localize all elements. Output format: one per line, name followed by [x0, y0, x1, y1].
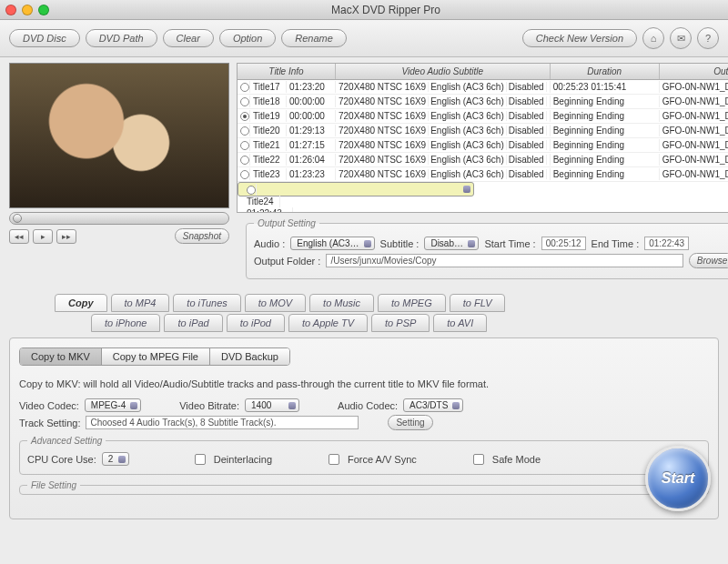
title-vas: 720X480 NTSC 16X9English (AC3 6ch)Disabl… — [336, 81, 551, 93]
cpu-core-label: CPU Core Use: — [27, 454, 96, 465]
tab-to-mp4[interactable]: to MP4 — [111, 294, 170, 312]
video-preview[interactable] — [9, 63, 229, 208]
titlebar: MacX DVD Ripper Pro — [0, 0, 728, 20]
tab-to-avi[interactable]: to AVI — [433, 314, 487, 332]
tab-to-music[interactable]: to Music — [309, 294, 374, 312]
tab-to-itunes[interactable]: to iTunes — [173, 294, 240, 312]
option-button[interactable]: Option — [219, 29, 276, 47]
title-radio[interactable] — [240, 83, 249, 92]
title-radio[interactable] — [240, 126, 249, 136]
table-row[interactable]: Title1900:00:00720X480 NTSC 16X9English … — [238, 109, 728, 124]
title-duration: Beginning Ending — [551, 125, 660, 136]
video-codec-label: Video Codec: — [19, 400, 79, 411]
title-name: Title23 — [250, 168, 287, 180]
title-output: GFO-0N-NW1_DES-Title20 — [660, 125, 728, 136]
audio-select[interactable]: English (AC3… — [290, 237, 374, 250]
title-vas: 720X480 NTSC 16X9English (AC3 6ch)Disabl… — [336, 125, 551, 136]
dvd-path-button[interactable]: DVD Path — [86, 29, 157, 47]
tab-to-psp[interactable]: to PSP — [371, 314, 430, 332]
tab-to-ipod[interactable]: to iPod — [227, 314, 285, 332]
title-vas: 720X480 NTSC 16X9English (AC3 6ch)Disabl… — [336, 154, 551, 166]
title-vas: 720X480 NTSC 16X9English (AC3 6ch)Disabl… — [336, 110, 551, 122]
tab-copy[interactable]: Copy — [55, 294, 107, 312]
rename-button[interactable]: Rename — [281, 29, 347, 47]
audio-codec-label: Audio Codec: — [338, 400, 398, 411]
prev-button[interactable]: ◂◂ — [9, 229, 29, 244]
deinterlacing-label: Deinterlacing — [214, 454, 272, 465]
subtitle-select[interactable]: Disab… — [424, 237, 479, 250]
file-setting-legend: File Setting — [27, 480, 80, 490]
table-row[interactable]: Title2101:27:15720X480 NTSC 16X9English … — [238, 138, 728, 153]
output-folder-field[interactable]: /Users/junxu/Movies/Copy — [326, 254, 682, 267]
tab-to-apple-tv[interactable]: to Apple TV — [288, 314, 368, 332]
next-button[interactable]: ▸▸ — [56, 229, 76, 244]
title-duration: Beginning Ending — [551, 168, 660, 180]
register-icon[interactable]: ✉ — [670, 27, 692, 49]
table-row[interactable]: Title1800:00:00720X480 NTSC 16X9English … — [238, 95, 728, 109]
help-icon[interactable]: ? — [697, 27, 719, 49]
title-time: 00:00:00 — [287, 110, 336, 122]
cpu-core-select[interactable]: 2 — [102, 452, 129, 466]
audio-codec-select[interactable]: AC3/DTS — [403, 398, 463, 412]
force-av-sync-checkbox[interactable] — [329, 454, 339, 465]
title-vas: 720X480 NTSC 16X9English (AC3 6ch)Disabl… — [336, 139, 551, 151]
table-row[interactable]: Title2301:23:23720X480 NTSC 16X9English … — [238, 167, 728, 182]
col-title-info[interactable]: Title Info — [238, 64, 336, 79]
zoom-window-icon[interactable] — [38, 5, 49, 15]
minimize-window-icon[interactable] — [22, 5, 33, 15]
video-codec-select[interactable]: MPEG-4 — [85, 398, 141, 412]
tab-to-flv[interactable]: to FLV — [450, 294, 506, 312]
title-radio[interactable] — [240, 141, 249, 150]
window-title: MacX DVD Ripper Pro — [49, 4, 723, 16]
title-radio[interactable] — [240, 170, 249, 179]
tab-to-mpeg[interactable]: to MPEG — [378, 294, 446, 312]
title-time: 00:00:00 — [287, 96, 336, 107]
play-button[interactable]: ▸ — [33, 229, 53, 244]
col-duration[interactable]: Duration — [551, 64, 660, 79]
clear-button[interactable]: Clear — [163, 29, 214, 47]
safe-mode-checkbox[interactable] — [473, 454, 484, 465]
snapshot-button[interactable]: Snapshot — [175, 228, 229, 244]
track-setting-button[interactable]: Setting — [388, 415, 432, 430]
title-name: Title19 — [250, 110, 287, 122]
table-row[interactable]: Title2401:22:43720X480 NTSC 16X9English … — [238, 182, 474, 196]
table-row[interactable]: Title2201:26:04720X480 NTSC 16X9English … — [238, 153, 728, 167]
copy-to-mpeg-button[interactable]: Copy to MPEG File — [102, 348, 210, 365]
preview-scrubber[interactable] — [9, 212, 229, 225]
col-video-audio-subtitle[interactable]: Video Audio Subtitle — [336, 64, 551, 79]
title-time: 01:22:43 — [244, 207, 293, 213]
table-row[interactable]: Title1701:23:20720X480 NTSC 16X9English … — [238, 80, 728, 95]
title-radio[interactable] — [240, 156, 249, 165]
end-time-field[interactable]: 01:22:43 — [644, 237, 689, 250]
title-name: Title21 — [250, 139, 287, 151]
start-time-label: Start Time : — [484, 238, 535, 249]
check-version-button[interactable]: Check New Version — [522, 29, 637, 47]
title-output: GFO-0N-NW1_DES-Title21 — [660, 139, 728, 151]
title-output: GFO-0N-NW1_DES-Title22 — [660, 154, 728, 166]
title-name: Title20 — [250, 125, 287, 136]
window-controls — [5, 5, 49, 15]
home-icon[interactable]: ⌂ — [642, 27, 664, 49]
start-time-field[interactable]: 00:25:12 — [541, 237, 586, 250]
tab-to-iphone[interactable]: to iPhone — [91, 314, 160, 332]
advanced-setting-group: Advanced Setting CPU Core Use: 2 Deinter… — [19, 436, 709, 475]
title-time: 01:27:15 — [287, 139, 336, 151]
table-row[interactable]: Title2001:29:13720X480 NTSC 16X9English … — [238, 124, 728, 138]
title-radio[interactable] — [247, 186, 256, 195]
browse-button[interactable]: Browse — [689, 253, 728, 268]
video-bitrate-select[interactable]: 1400 — [245, 398, 299, 412]
tab-to-ipad[interactable]: to iPad — [164, 314, 222, 332]
dvd-disc-button[interactable]: DVD Disc — [9, 29, 80, 47]
tab-to-mov[interactable]: to MOV — [245, 294, 306, 312]
start-button[interactable]: Start — [645, 446, 711, 511]
copy-to-mkv-button[interactable]: Copy to MKV — [20, 348, 102, 365]
title-radio[interactable] — [240, 97, 249, 106]
close-window-icon[interactable] — [5, 5, 16, 15]
dvd-backup-button[interactable]: DVD Backup — [210, 348, 289, 365]
col-output[interactable]: Output — [660, 64, 728, 79]
title-time: 01:26:04 — [287, 154, 336, 166]
subtitle-label: Subtitle : — [380, 238, 420, 249]
title-radio[interactable] — [240, 112, 249, 121]
title-vas: 720X480 NTSC 16X9English (AC3 6ch)Disabl… — [336, 96, 551, 107]
deinterlacing-checkbox[interactable] — [195, 454, 206, 465]
